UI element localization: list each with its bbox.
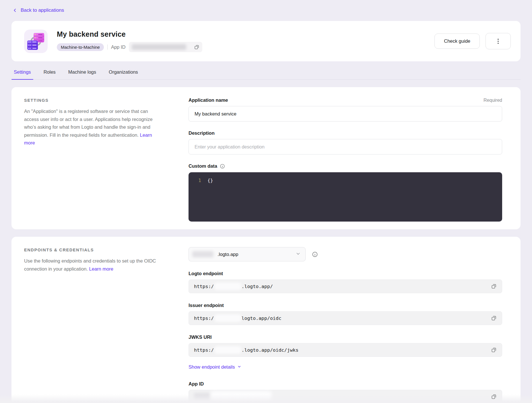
copy-icon — [194, 44, 199, 50]
custom-data-group: Custom data 1 {} — [189, 163, 502, 222]
settings-section-description: An "Application" is a registered softwar… — [24, 107, 158, 147]
endpoints-form: .logto.app Logto endpoint ht — [189, 247, 502, 403]
chevron-left-icon — [13, 8, 17, 13]
endpoints-section-heading: ENDPOINTS & CREDENTIALS — [24, 248, 158, 252]
endpoints-learn-more-link[interactable]: Learn more — [89, 266, 113, 271]
application-name-input[interactable] — [189, 106, 502, 122]
code-content: {} — [201, 177, 213, 184]
application-details-page: Back to applications — [0, 0, 532, 403]
tab-roles[interactable]: Roles — [44, 69, 56, 79]
kebab-menu-icon — [496, 38, 501, 44]
copy-icon — [491, 347, 497, 353]
settings-card: SETTINGS An "Application" is a registere… — [11, 87, 521, 229]
issuer-endpoint-label: Issuer endpoint — [189, 303, 224, 308]
redacted-tenant-id — [215, 346, 241, 354]
endpoint-prefix: https:/ — [194, 284, 214, 289]
description-group: Description — [189, 130, 502, 154]
logto-endpoint-group: Logto endpoint https:/ .logto.app/ — [189, 271, 502, 293]
app-tabs: Settings Roles Machine logs Organization… — [11, 69, 521, 80]
app-id-label: App ID — [111, 44, 125, 50]
back-link-label: Back to applications — [21, 7, 64, 13]
custom-data-info-icon[interactable] — [220, 164, 225, 169]
settings-section-heading: SETTINGS — [24, 98, 158, 103]
domain-select-value: .logto.app — [218, 252, 296, 257]
description-label: Description — [189, 130, 215, 136]
redacted-app-id — [132, 44, 186, 50]
jwks-uri-group: JWKS URI https:/ .logto.app/oidc/jwks — [189, 334, 502, 357]
logto-endpoint-label: Logto endpoint — [189, 271, 223, 276]
copy-jwks-uri-button[interactable] — [490, 347, 497, 353]
description-input[interactable] — [189, 139, 502, 154]
tab-machine-logs[interactable]: Machine logs — [68, 69, 96, 79]
endpoint-suffix: .logto.app/ — [242, 284, 273, 289]
chevron-down-icon — [237, 364, 241, 370]
jwks-uri-field: https:/ .logto.app/oidc/jwks — [189, 343, 502, 357]
copy-icon — [491, 283, 497, 289]
redacted-tenant-id — [215, 314, 241, 322]
more-actions-button[interactable] — [486, 33, 511, 49]
tab-settings[interactable]: Settings — [14, 69, 31, 79]
logto-endpoint-field: https:/ .logto.app/ — [189, 279, 502, 293]
required-hint: Required — [484, 98, 502, 103]
domain-info-icon[interactable] — [312, 251, 318, 257]
copy-issuer-endpoint-button[interactable] — [490, 315, 497, 322]
copy-app-id-button[interactable] — [193, 44, 200, 50]
jwks-uri-label: JWKS URI — [189, 334, 212, 340]
app-id-value-redacted — [129, 42, 202, 52]
copy-logto-endpoint-button[interactable] — [490, 283, 497, 290]
code-line-number: 1 — [189, 177, 201, 184]
back-to-applications-link[interactable]: Back to applications — [13, 7, 64, 13]
chevron-down-icon — [296, 251, 301, 257]
app-header-info: My backend service Machine-to-Machine Ap… — [57, 30, 434, 52]
issuer-endpoint-group: Issuer endpoint https:/ logto.app/oidc — [189, 303, 502, 325]
copy-icon — [491, 315, 497, 321]
machine-to-machine-app-icon — [24, 30, 48, 53]
application-name-label: Application name — [189, 97, 228, 103]
copy-icon — [491, 394, 497, 400]
app-id-field — [189, 390, 502, 403]
app-id-field-label: App ID — [189, 381, 204, 387]
check-guide-button[interactable]: Check guide — [434, 34, 480, 49]
endpoints-section-description: Use the following endpoints and credenti… — [24, 257, 158, 273]
endpoints-section-intro: ENDPOINTS & CREDENTIALS Use the followin… — [24, 247, 158, 403]
domain-select[interactable]: .logto.app — [189, 247, 306, 261]
redacted-tenant-id — [192, 251, 213, 257]
copy-app-id-field-button[interactable] — [490, 393, 497, 400]
endpoints-credentials-card: ENDPOINTS & CREDENTIALS Use the followin… — [11, 237, 521, 403]
tab-organizations[interactable]: Organizations — [109, 69, 138, 79]
meta-divider — [107, 44, 108, 50]
code-line: 1 {} — [189, 177, 502, 184]
redacted-app-id — [194, 393, 211, 400]
custom-data-code-editor[interactable]: 1 {} — [189, 172, 502, 222]
redacted-tenant-id — [215, 283, 241, 290]
issuer-endpoint-field: https:/ logto.app/oidc — [189, 311, 502, 325]
endpoint-prefix: https:/ — [194, 316, 214, 321]
settings-form: Application name Required Description Cu… — [189, 97, 502, 220]
header-actions: Check guide — [434, 33, 511, 49]
custom-data-label: Custom data — [189, 163, 217, 169]
app-id-group: App ID — [189, 381, 502, 403]
endpoint-suffix: .logto.app/oidc/jwks — [242, 347, 299, 353]
app-header-card: My backend service Machine-to-Machine Ap… — [11, 21, 521, 61]
show-endpoint-details-link[interactable]: Show endpoint details — [189, 364, 241, 370]
page-title: My backend service — [57, 30, 434, 38]
app-meta-row: Machine-to-Machine App ID — [57, 42, 434, 52]
redacted-app-id — [211, 391, 271, 402]
settings-section-intro: SETTINGS An "Application" is a registere… — [24, 97, 158, 220]
application-name-group: Application name Required — [189, 97, 502, 122]
app-type-badge: Machine-to-Machine — [57, 43, 104, 51]
endpoint-prefix: https:/ — [194, 347, 214, 353]
endpoint-suffix: logto.app/oidc — [242, 316, 281, 321]
domain-select-row: .logto.app — [189, 247, 502, 261]
